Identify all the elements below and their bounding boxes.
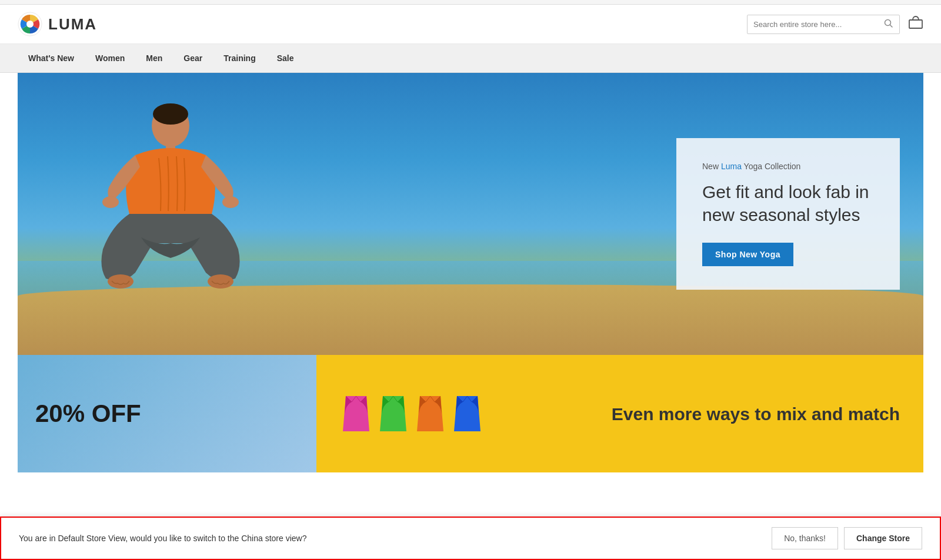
vest-green [377, 393, 409, 434]
promo-left: 20% OFF [18, 355, 316, 472]
top-bar [0, 0, 941, 5]
nav-item-sale: Sale [266, 44, 305, 72]
header-right [747, 15, 923, 34]
promo-icons [340, 393, 483, 434]
search-button[interactable] [884, 19, 893, 30]
nav-link-whats-new[interactable]: What's New [18, 44, 85, 72]
logo[interactable]: LUMA [18, 12, 97, 36]
svg-point-1 [26, 21, 34, 28]
nav-list: What's New Women Men Gear Training Sale [18, 44, 923, 72]
hero-content-box: New Luma Yoga Collection Get fit and loo… [676, 138, 900, 290]
nav-link-gear[interactable]: Gear [173, 44, 213, 72]
header: LUMA [0, 5, 941, 44]
nav-link-sale[interactable]: Sale [266, 44, 305, 72]
shop-new-yoga-button[interactable]: Shop New Yoga [702, 243, 793, 266]
promo-left-text: 20% OFF [35, 400, 141, 428]
promo-right-text: Even more ways to mix and match [612, 403, 900, 425]
svg-point-9 [222, 196, 239, 208]
vest-blue [451, 393, 483, 434]
nav-link-women[interactable]: Women [85, 44, 135, 72]
hero-background: New Luma Yoga Collection Get fit and loo… [18, 73, 923, 355]
vest-orange [414, 393, 446, 434]
cart-icon [908, 15, 923, 29]
search-box [747, 15, 900, 34]
nav-item-training: Training [213, 44, 266, 72]
hero-banner: New Luma Yoga Collection Get fit and loo… [18, 73, 923, 355]
svg-rect-4 [909, 20, 922, 28]
nav-item-gear: Gear [173, 44, 213, 72]
yoga-person [76, 85, 265, 308]
logo-icon [18, 12, 42, 36]
hero-subtitle: New Luma Yoga Collection [702, 162, 874, 171]
svg-line-3 [890, 25, 893, 27]
site-name: LUMA [48, 15, 97, 33]
nav-link-training[interactable]: Training [213, 44, 266, 72]
hero-title: Get fit and look fab in new seasonal sty… [702, 180, 874, 226]
main-nav: What's New Women Men Gear Training Sale [0, 44, 941, 73]
hero-brand: Luma [721, 162, 742, 171]
promo-section: 20% OFF [18, 355, 923, 472]
cart-button[interactable] [908, 15, 923, 33]
promo-right: Even more ways to mix and match [316, 355, 923, 472]
svg-point-11 [208, 274, 233, 289]
svg-point-6 [153, 103, 188, 125]
svg-point-8 [102, 196, 119, 208]
svg-point-10 [108, 274, 134, 289]
nav-link-men[interactable]: Men [135, 44, 173, 72]
nav-item-men: Men [135, 44, 173, 72]
nav-item-whats-new: What's New [18, 44, 85, 72]
search-input[interactable] [753, 20, 884, 29]
search-icon [884, 19, 893, 28]
vest-pink [340, 393, 372, 434]
nav-item-women: Women [85, 44, 135, 72]
